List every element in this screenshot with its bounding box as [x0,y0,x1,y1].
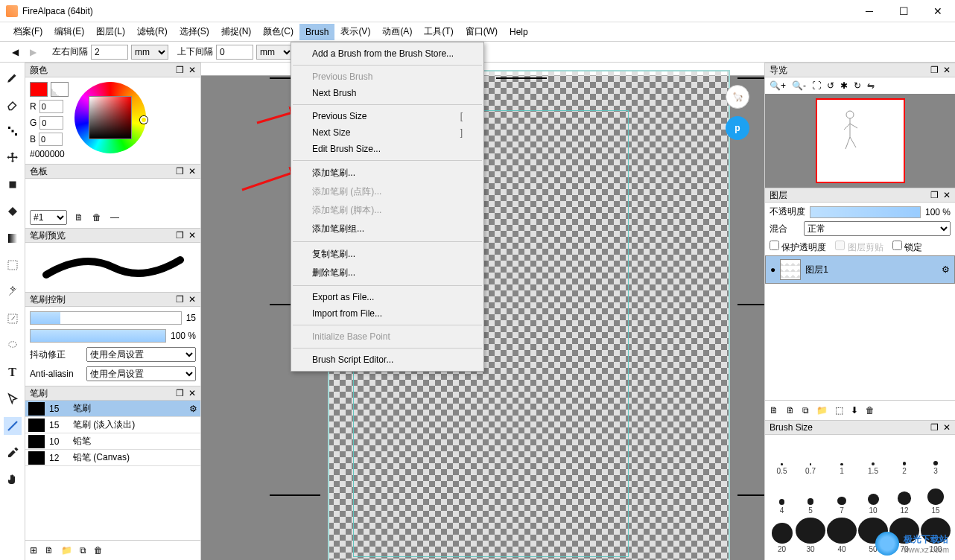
brush-size-cell[interactable]: 0.7 [796,439,825,475]
dd-next-size[interactable]: Next Size] [291,124,483,141]
layer-opacity-slider[interactable] [810,206,921,218]
dd-import[interactable]: Import from File... [291,305,483,322]
undock-icon[interactable]: ❐ [176,65,184,75]
horiz-gap-input[interactable] [91,45,128,60]
protect-alpha-check[interactable]: 保护透明度 [770,241,826,254]
lasso-tool[interactable] [4,337,22,354]
zoom-in-icon[interactable]: 🔍+ [770,80,786,91]
menu-edit[interactable]: 编辑(E) [48,22,90,41]
navigator-view[interactable] [765,94,955,188]
brush-size-cell[interactable]: 1 [827,439,857,475]
dd-dup-brush[interactable]: 复制笔刷... [291,245,483,264]
select-rect-tool[interactable] [4,256,22,274]
duplicate-icon[interactable]: ⧉ [80,545,86,556]
dd-del-brush[interactable]: 删除笔刷... [291,264,483,282]
visibility-icon[interactable]: ● [770,264,775,275]
brush-size-cell[interactable]: 2 [889,439,919,475]
eyedropper-tool[interactable] [4,444,22,462]
new-palette-icon[interactable]: 🗎 [73,211,85,223]
blend-mode-select[interactable]: 正常 [804,221,951,236]
menu-help[interactable]: Help [504,24,534,40]
menu-brush[interactable]: Brush [299,24,334,40]
flip-icon[interactable]: ⇋ [867,80,875,91]
dd-add-store[interactable]: Add a Brush from the Brush Store... [291,45,483,62]
text-tool[interactable]: T [4,363,22,381]
brush-size-cell[interactable]: 15 [921,479,951,515]
b-input[interactable] [39,133,63,146]
size-slider[interactable] [30,311,182,325]
fill-tool[interactable] [4,176,22,194]
rotate-right-icon[interactable]: ↻ [854,80,861,91]
close-panel-icon[interactable]: ✕ [188,65,196,75]
bucket-tool[interactable] [4,203,22,220]
menu-animation[interactable]: 动画(A) [376,22,418,41]
brush-list-item[interactable]: 15笔刷 (淡入淡出) [25,417,200,433]
undo-button[interactable]: ◀ [7,45,22,60]
vert-gap-input[interactable] [216,45,253,60]
dot-tool[interactable] [4,122,22,140]
dd-add-brush-group[interactable]: 添加笔刷组... [291,220,483,238]
aa-select[interactable]: 使用全局设置 [86,366,196,381]
brush-size-cell[interactable]: 20 [770,518,794,553]
brush-size-cell[interactable]: 7 [827,479,857,515]
menu-layer[interactable]: 图层(L) [90,22,131,41]
new-layer2-icon[interactable]: 🗎 [786,405,795,416]
dd-edit-size[interactable]: Edit Brush Size... [291,141,483,157]
brush-size-cell[interactable]: 12 [889,479,919,515]
brush-list-item[interactable]: 15笔刷⚙ [25,401,200,417]
new-layer-icon[interactable]: 🗎 [770,405,778,416]
delete-layer-icon[interactable]: 🗑 [866,405,875,416]
duplicate-layer-icon[interactable]: ⧉ [802,405,809,416]
badge-firealpaca[interactable]: 🦙 [726,85,749,109]
dd-add-brush[interactable]: 添加笔刷... [291,164,483,182]
horiz-gap-unit[interactable]: mm [131,45,168,60]
brush-size-cell[interactable]: 3 [921,439,951,475]
r-input[interactable] [39,100,63,113]
clip-layer-icon[interactable]: ⬚ [835,405,843,416]
bg-swatch[interactable] [51,82,69,97]
new-brush-icon[interactable]: 🗎 [45,545,54,556]
brush-size-cell[interactable]: 0.5 [770,439,794,475]
wand-tool[interactable] [4,283,22,301]
clipping-check[interactable]: 图层剪贴 [835,241,883,254]
dd-prev-size[interactable]: Previous Size[ [291,108,483,124]
menu-select[interactable]: 选择(S) [174,22,215,41]
jitter-select[interactable]: 使用全局设置 [86,347,196,362]
brush-size-cell[interactable]: 30 [796,518,825,553]
brush-size-cell[interactable]: 4 [770,479,794,515]
trash-icon[interactable]: 🗑 [94,545,103,556]
dd-export[interactable]: Export as File... [291,289,483,305]
move-tool[interactable] [4,149,22,167]
dd-next-brush[interactable]: Next Brush [291,85,483,101]
rotate-left-icon[interactable]: ↺ [827,80,834,91]
gradient-tool[interactable] [4,229,22,247]
menu-file[interactable]: 档案(F) [7,22,48,41]
rotate-reset-icon[interactable]: ✱ [840,80,848,91]
dd-script-editor[interactable]: Brush Script Editor... [291,351,483,368]
badge-pixiv[interactable]: p [726,116,749,140]
brush-tool[interactable] [4,69,22,86]
gear-icon[interactable]: ⚙ [189,404,197,414]
eraser-tool[interactable] [4,95,22,113]
divide-tool[interactable] [4,417,22,435]
select-pen-tool[interactable] [4,310,22,328]
hand-tool[interactable] [4,471,22,489]
zoom-fit-icon[interactable]: ⛶ [812,80,821,91]
close-button[interactable]: ✕ [921,0,955,22]
lock-check[interactable]: 锁定 [892,241,922,254]
vert-gap-unit[interactable]: mm [256,45,294,60]
layer-item[interactable]: ● 图层1 ⚙ [765,255,955,284]
menu-snap[interactable]: 捕捉(N) [215,22,258,41]
brush-size-cell[interactable]: 40 [827,518,857,553]
delete-palette-icon[interactable]: 🗑 [91,211,103,223]
brush-size-cell[interactable]: 5 [796,479,825,515]
fg-swatch[interactable] [30,82,48,97]
maximize-button[interactable]: ☐ [886,0,921,22]
layer-gear-icon[interactable]: ⚙ [942,264,950,275]
color-wheel[interactable] [74,82,146,153]
menu-tool[interactable]: 工具(T) [418,22,459,41]
brush-size-cell[interactable]: 10 [858,479,888,515]
object-tool[interactable] [4,390,22,408]
palette-preset[interactable]: #1 [30,210,67,225]
new-folder-icon[interactable]: 📁 [816,405,828,416]
